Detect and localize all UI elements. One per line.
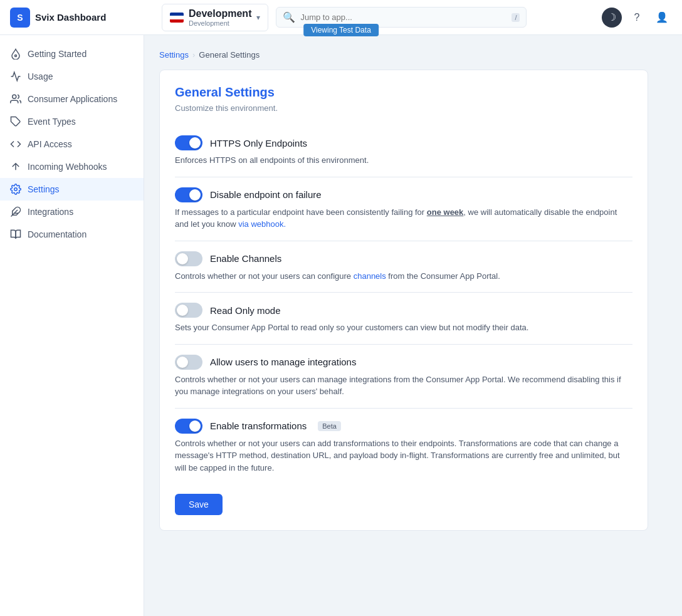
setting-enable-transformations: Enable transformations Beta Controls whe… <box>175 408 632 484</box>
toggle-enable-channels[interactable] <box>175 251 202 266</box>
sidebar-item-usage[interactable]: Usage <box>0 65 144 88</box>
book-icon <box>10 229 21 240</box>
sidebar-label-usage: Usage <box>28 71 53 81</box>
svg-point-1 <box>13 95 16 98</box>
search-icon: 🔍 <box>283 11 295 23</box>
sidebar-label-consumer-applications: Consumer Applications <box>28 94 117 104</box>
brand-name: Svix Dashboard <box>35 12 106 23</box>
svg-point-0 <box>15 55 17 57</box>
search-shortcut: / <box>512 13 520 22</box>
gear-icon <box>10 184 21 195</box>
setting-name-https-only: HTTPS Only Endpoints <box>210 138 307 149</box>
setting-name-read-only-mode: Read Only mode <box>210 305 281 316</box>
channels-link[interactable]: channels <box>354 271 386 281</box>
help-button[interactable]: ? <box>627 8 647 28</box>
breadcrumb-current: General Settings <box>199 50 260 60</box>
puzzle-icon <box>10 206 21 217</box>
sidebar-label-documentation: Documentation <box>28 229 87 239</box>
setting-allow-manage-integrations: Allow users to manage integrations Contr… <box>175 344 632 408</box>
env-name: Development <box>189 8 251 19</box>
page-title: General Settings <box>175 85 632 100</box>
setting-enable-channels: Enable Channels Controls whether or not … <box>175 241 632 293</box>
rocket-icon <box>10 48 21 60</box>
eu-flag-icon <box>170 13 184 23</box>
setting-desc-allow-manage-integrations: Controls whether or not your users can m… <box>175 373 632 398</box>
setting-desc-https-only: Enforces HTTPS on all endpoints of this … <box>175 154 632 167</box>
env-sub: Development <box>189 19 251 27</box>
toggle-allow-manage-integrations[interactable] <box>175 355 202 370</box>
environment-selector[interactable]: Development Development ▾ <box>162 4 268 31</box>
sidebar: Getting Started Usage Consumer Applicati… <box>0 35 144 616</box>
search-input[interactable] <box>300 13 506 22</box>
sidebar-label-settings: Settings <box>28 184 60 194</box>
setting-desc-disable-on-failure: If messages to a particular endpoint hav… <box>175 206 632 231</box>
setting-disable-on-failure: Disable endpoint on failure If messages … <box>175 177 632 241</box>
toggle-disable-on-failure[interactable] <box>175 187 202 202</box>
setting-https-only: HTTPS Only Endpoints Enforces HTTPS on a… <box>175 125 632 177</box>
brand-logo: S <box>10 8 30 28</box>
save-button[interactable]: Save <box>175 494 223 515</box>
sidebar-label-incoming-webhooks: Incoming Webhooks <box>28 162 107 172</box>
sidebar-item-documentation[interactable]: Documentation <box>0 223 144 246</box>
user-menu-button[interactable]: 👤 <box>652 8 672 28</box>
users-icon <box>10 93 21 105</box>
sidebar-label-api-access: API Access <box>28 139 72 149</box>
sidebar-item-settings[interactable]: Settings <box>0 178 144 201</box>
dark-mode-toggle[interactable]: ☽ <box>602 8 622 28</box>
sidebar-item-integrations[interactable]: Integrations <box>0 201 144 223</box>
code-icon <box>10 138 21 150</box>
setting-name-disable-on-failure: Disable endpoint on failure <box>210 189 322 200</box>
layout: Getting Started Usage Consumer Applicati… <box>0 35 682 616</box>
setting-name-allow-manage-integrations: Allow users to manage integrations <box>210 357 356 367</box>
sidebar-label-integrations: Integrations <box>28 207 73 217</box>
sidebar-item-getting-started[interactable]: Getting Started <box>0 43 144 65</box>
page-subtitle: Customize this environment. <box>175 103 632 113</box>
sidebar-label-getting-started: Getting Started <box>28 49 87 59</box>
toggle-enable-transformations[interactable] <box>175 419 202 434</box>
breadcrumb: Settings › General Settings <box>159 50 667 60</box>
breadcrumb-parent[interactable]: Settings <box>159 50 189 60</box>
toggle-https-only[interactable] <box>175 135 202 150</box>
setting-read-only-mode: Read Only mode Sets your Consumer App Po… <box>175 292 632 344</box>
setting-name-enable-transformations: Enable transformations <box>210 420 307 431</box>
beta-badge: Beta <box>318 421 341 431</box>
setting-name-enable-channels: Enable Channels <box>210 253 281 264</box>
sidebar-item-event-types[interactable]: Event Types <box>0 110 144 133</box>
navbar: S Svix Dashboard Development Development… <box>0 0 682 35</box>
main-content: Settings › General Settings General Sett… <box>144 35 682 616</box>
navbar-actions: ☽ ? 👤 <box>602 8 672 28</box>
tag-icon <box>10 116 21 127</box>
breadcrumb-separator: › <box>192 50 195 60</box>
sidebar-label-event-types: Event Types <box>28 117 76 127</box>
chart-icon <box>10 71 21 82</box>
viewing-test-data-banner: Viewing Test Data <box>303 24 379 36</box>
sidebar-item-api-access[interactable]: API Access <box>0 133 144 155</box>
toggle-read-only-mode[interactable] <box>175 303 202 318</box>
via-webhook-link[interactable]: via webhook. <box>238 219 286 229</box>
sidebar-item-consumer-applications[interactable]: Consumer Applications <box>0 88 144 110</box>
one-week-text: one week <box>427 207 464 217</box>
brand: S Svix Dashboard <box>10 8 154 28</box>
setting-desc-enable-transformations: Controls whether or not your users can a… <box>175 437 632 474</box>
chevron-down-icon: ▾ <box>256 13 260 22</box>
sidebar-item-incoming-webhooks[interactable]: Incoming Webhooks <box>0 155 144 178</box>
setting-desc-enable-channels: Controls whether or not your users can c… <box>175 270 632 283</box>
webhook-icon <box>10 161 21 172</box>
setting-desc-read-only-mode: Sets your Consumer App Portal to read on… <box>175 321 632 334</box>
settings-card: General Settings Customize this environm… <box>159 70 648 531</box>
svg-point-3 <box>14 188 18 191</box>
